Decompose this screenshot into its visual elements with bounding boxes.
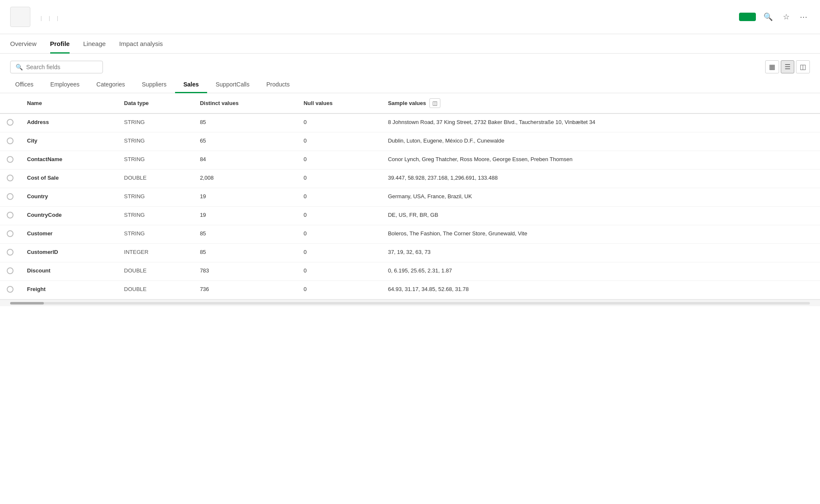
cell-null: 0 (297, 113, 381, 132)
table-row[interactable]: Address STRING 85 0 8 Johnstown Road, 37… (0, 113, 820, 132)
data-table: Name Data type Distinct values Null valu… (0, 93, 820, 299)
table-row[interactable]: Country STRING 19 0 Germany, USA, France… (0, 188, 820, 207)
category-tabs: Offices Employees Categories Suppliers S… (0, 77, 820, 93)
cell-null: 0 (297, 225, 381, 244)
scroll-thumb (10, 302, 44, 305)
scroll-track (10, 302, 810, 305)
main-tabs: Overview Profile Lineage Impact analysis (0, 34, 820, 54)
cell-sample: 37, 19, 32, 63, 73 (381, 244, 820, 262)
star-icon-button[interactable]: ☆ (780, 11, 792, 23)
table-row[interactable]: CountryCode STRING 19 0 DE, US, FR, BR, … (0, 207, 820, 225)
cell-name: CustomerID (20, 244, 117, 262)
row-checkbox[interactable] (7, 137, 13, 144)
row-checkbox-cell[interactable] (0, 281, 20, 299)
cat-tab-categories[interactable]: Categories (88, 77, 134, 93)
top-header: | | | 🔍 ☆ ⋯ (0, 0, 820, 34)
table-row[interactable]: Discount DOUBLE 783 0 0, 6.195, 25.65, 2… (0, 262, 820, 281)
row-checkbox[interactable] (7, 286, 13, 293)
cat-tab-supportcalls[interactable]: SupportCalls (207, 77, 258, 93)
cell-sample: Dublin, Luton, Eugene, México D.F., Cune… (381, 132, 820, 151)
cell-data-type: DOUBLE (117, 262, 193, 281)
cat-tab-suppliers[interactable]: Suppliers (133, 77, 175, 93)
cell-distinct: 85 (193, 113, 297, 132)
meta-sep-3: | (57, 15, 58, 21)
file-meta: | | | (37, 15, 739, 21)
cell-sample: Conor Lynch, Greg Thatcher, Ross Moore, … (381, 151, 820, 170)
col-header-name[interactable]: Name (20, 93, 117, 113)
cat-tab-offices[interactable]: Offices (7, 77, 42, 93)
row-checkbox[interactable] (7, 249, 13, 256)
row-checkbox-cell[interactable] (0, 207, 20, 225)
row-checkbox-cell[interactable] (0, 113, 20, 132)
create-analytics-app-button[interactable] (739, 13, 756, 21)
grid-view-button[interactable]: ▦ (765, 60, 779, 73)
cell-null: 0 (297, 244, 381, 262)
cell-data-type: STRING (117, 113, 193, 132)
list-view-button[interactable]: ☰ (781, 60, 794, 73)
table-row[interactable]: City STRING 65 0 Dublin, Luton, Eugene, … (0, 132, 820, 151)
table-header-row: Name Data type Distinct values Null valu… (0, 93, 820, 113)
cell-name: CountryCode (20, 207, 117, 225)
cell-data-type: STRING (117, 207, 193, 225)
cell-sample: 64.93, 31.17, 34.85, 52.68, 31.78 (381, 281, 820, 299)
cell-name: Freight (20, 281, 117, 299)
table-view-button[interactable]: ◫ (796, 60, 810, 73)
row-checkbox[interactable] (7, 212, 13, 218)
tab-lineage[interactable]: Lineage (83, 34, 105, 54)
cell-null: 0 (297, 151, 381, 170)
search-input[interactable] (26, 64, 97, 70)
row-checkbox[interactable] (7, 119, 13, 126)
row-checkbox-cell[interactable] (0, 188, 20, 207)
cell-sample: 0, 6.195, 25.65, 2.31, 1.87 (381, 262, 820, 281)
col-header-sample-values[interactable]: Sample values ◫ (381, 93, 820, 113)
table-row[interactable]: Cost of Sale DOUBLE 2,008 0 39.447, 58.9… (0, 170, 820, 188)
data-table-container: Name Data type Distinct values Null valu… (0, 93, 820, 299)
cell-sample: DE, US, FR, BR, GB (381, 207, 820, 225)
col-header-distinct-values[interactable]: Distinct values (193, 93, 297, 113)
row-checkbox[interactable] (7, 175, 13, 181)
toolbar: 🔍 ▦ ☰ ◫ (0, 54, 820, 77)
header-actions: 🔍 ☆ ⋯ (739, 11, 810, 23)
row-checkbox[interactable] (7, 156, 13, 163)
cell-data-type: STRING (117, 188, 193, 207)
horizontal-scrollbar[interactable] (0, 299, 820, 306)
row-checkbox-cell[interactable] (0, 244, 20, 262)
cell-name: Customer (20, 225, 117, 244)
table-row[interactable]: ContactName STRING 84 0 Conor Lynch, Gre… (0, 151, 820, 170)
table-row[interactable]: CustomerID INTEGER 85 0 37, 19, 32, 63, … (0, 244, 820, 262)
search-icon-button[interactable]: 🔍 (761, 11, 775, 23)
cat-tab-employees[interactable]: Employees (42, 77, 88, 93)
row-checkbox-cell[interactable] (0, 170, 20, 188)
row-checkbox-cell[interactable] (0, 262, 20, 281)
cell-distinct: 783 (193, 262, 297, 281)
cat-tab-products[interactable]: Products (258, 77, 298, 93)
table-row[interactable]: Freight DOUBLE 736 0 64.93, 31.17, 34.85… (0, 281, 820, 299)
cell-name: City (20, 132, 117, 151)
cell-distinct: 736 (193, 281, 297, 299)
more-options-button[interactable]: ⋯ (797, 11, 810, 23)
cell-name: Country (20, 188, 117, 207)
cat-tab-sales[interactable]: Sales (175, 77, 208, 93)
col-header-checkbox (0, 93, 20, 113)
cell-sample: 39.447, 58.928, 237.168, 1,296.691, 133.… (381, 170, 820, 188)
row-checkbox[interactable] (7, 193, 13, 200)
tab-impact-analysis[interactable]: Impact analysis (119, 34, 163, 54)
col-header-data-type[interactable]: Data type (117, 93, 193, 113)
cell-name: Discount (20, 262, 117, 281)
row-checkbox[interactable] (7, 230, 13, 237)
tab-overview[interactable]: Overview (10, 34, 37, 54)
sample-values-expand-button[interactable]: ◫ (429, 98, 440, 108)
cell-null: 0 (297, 170, 381, 188)
row-checkbox[interactable] (7, 267, 13, 274)
search-box[interactable]: 🔍 (10, 61, 103, 73)
row-checkbox-cell[interactable] (0, 151, 20, 170)
row-checkbox-cell[interactable] (0, 225, 20, 244)
file-info: | | | (37, 13, 739, 21)
file-icon (10, 7, 30, 27)
col-header-null-values[interactable]: Null values (297, 93, 381, 113)
cell-data-type: STRING (117, 225, 193, 244)
row-checkbox-cell[interactable] (0, 132, 20, 151)
tab-profile[interactable]: Profile (50, 34, 70, 54)
table-row[interactable]: Customer STRING 85 0 Boleros, The Fashio… (0, 225, 820, 244)
cell-null: 0 (297, 281, 381, 299)
